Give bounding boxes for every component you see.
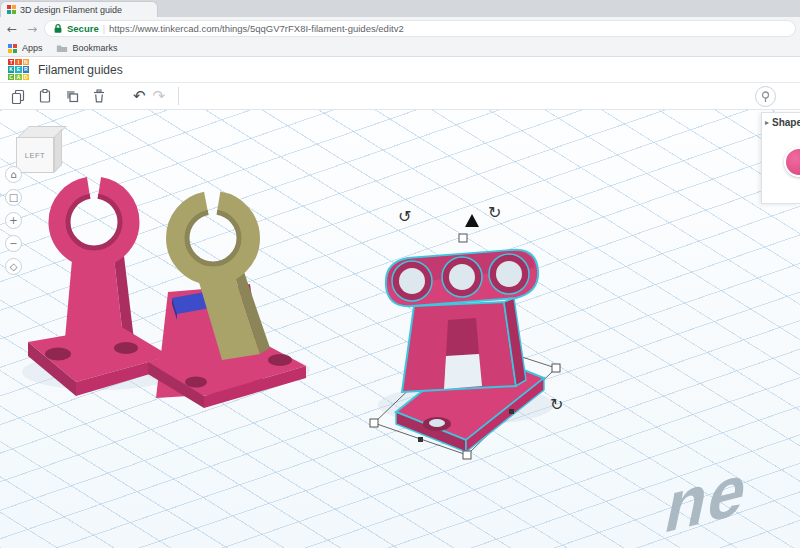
redo-button[interactable]: ↷	[153, 89, 166, 104]
color-swatch[interactable]	[784, 147, 800, 177]
home-view-button[interactable]: ⌂	[5, 166, 22, 183]
apps-grid-icon	[8, 44, 17, 53]
lock-icon	[53, 23, 63, 34]
scale-height-handle[interactable]	[459, 234, 467, 242]
duplicate-button[interactable]	[62, 86, 82, 106]
address-bar[interactable]: Secure | https://www.tinkercad.com/thing…	[44, 20, 796, 37]
shape-panel: ▸ Shape	[761, 112, 800, 204]
design-canvas[interactable]: ne	[0, 110, 800, 548]
tinkercad-logo[interactable]: T I N K E R C A D	[8, 59, 29, 80]
view-cube-side-face[interactable]	[54, 129, 62, 173]
browser-window: 3D design Filament guide ← → Secure | ht…	[0, 0, 800, 548]
toolbar-divider	[178, 87, 179, 105]
secure-label: Secure	[67, 23, 99, 34]
apps-shortcut[interactable]: Apps	[22, 43, 43, 53]
app-header: T I N K E R C A D Filament guides	[0, 57, 800, 83]
back-button[interactable]: ←	[4, 22, 20, 36]
rotate-handle-ccw-icon[interactable]: ↺	[398, 207, 411, 226]
url-text: https://www.tinkercad.com/things/5qqGV7r…	[109, 23, 404, 34]
bookmarks-bar: Apps Bookmarks	[0, 40, 800, 57]
scale-edge-handle[interactable]	[509, 409, 514, 414]
object-selected-filament-guide[interactable]	[386, 250, 544, 452]
design-title[interactable]: Filament guides	[38, 63, 123, 77]
shape-panel-title: Shape	[772, 117, 800, 128]
folder-icon	[56, 43, 68, 53]
tab-favicon-icon	[7, 5, 16, 14]
scale-edge-handle[interactable]	[418, 437, 423, 442]
fit-view-button[interactable]: □	[5, 189, 22, 206]
scale-corner-handle[interactable]	[463, 451, 471, 459]
object-filament-guide-olive[interactable]	[148, 202, 306, 408]
tab-strip: 3D design Filament guide	[0, 0, 800, 17]
paste-button[interactable]	[35, 86, 55, 106]
pin-button[interactable]	[755, 86, 776, 107]
forward-button[interactable]: →	[24, 22, 40, 36]
zoom-out-button[interactable]: −	[5, 235, 22, 252]
undo-button[interactable]: ↶	[133, 89, 146, 104]
copy-button[interactable]	[8, 86, 28, 106]
edit-toolbar: ↶ ↷	[0, 83, 800, 110]
scale-corner-handle[interactable]	[370, 419, 378, 427]
browser-tab[interactable]: 3D design Filament guide	[0, 1, 158, 17]
address-bar-row: ← → Secure | https://www.tinkercad.com/t…	[0, 17, 800, 40]
raise-handle[interactable]	[465, 214, 479, 227]
pin-icon	[760, 91, 771, 103]
zoom-in-button[interactable]: +	[5, 212, 22, 229]
perspective-toggle-button[interactable]: ◇	[5, 258, 22, 275]
bookmarks-folder[interactable]: Bookmarks	[73, 43, 118, 53]
tab-title: 3D design Filament guide	[20, 5, 122, 15]
panel-collapse-icon[interactable]: ▸	[765, 118, 769, 127]
delete-button[interactable]	[89, 86, 109, 106]
view-nav-buttons: ⌂ □ + − ◇	[5, 166, 22, 275]
scale-corner-handle[interactable]	[552, 364, 560, 372]
rotate-handle-cw-icon[interactable]: ↻	[488, 203, 501, 222]
rotate-handle-side-icon[interactable]: ↻	[550, 395, 563, 414]
